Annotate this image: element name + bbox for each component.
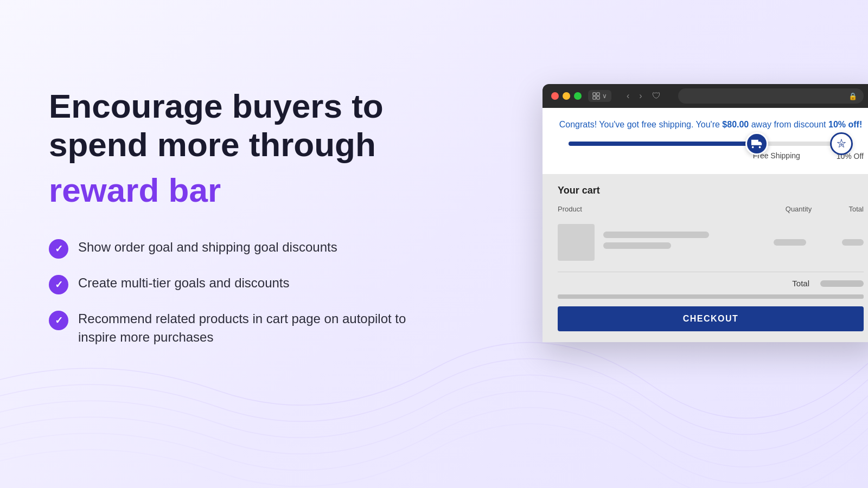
feature-text-3: Recommend related products in cart page …: [78, 310, 418, 346]
reward-bar-section: Congrats! You've got free shipping. You'…: [542, 108, 868, 174]
check-icon-2: [49, 275, 68, 294]
quantity-placeholder: [763, 239, 817, 246]
subtotal-line-placeholder: [558, 294, 864, 299]
shield-icon: 🛡: [652, 91, 661, 101]
congrats-message: Congrats! You've got free shipping. You'…: [558, 119, 864, 131]
traffic-light-yellow[interactable]: [563, 92, 570, 100]
address-bar[interactable]: 🔒: [678, 88, 864, 104]
col-product-header: Product: [558, 205, 771, 213]
headline: Encourage buyers to spend more through: [49, 87, 418, 164]
progress-container: %: [558, 142, 864, 146]
truck-icon: [751, 138, 763, 150]
product-thumbnail: [558, 224, 595, 261]
svg-text:%: %: [840, 143, 843, 146]
progress-track: [569, 142, 853, 146]
check-icon-3: [49, 311, 68, 330]
milestone-truck: [745, 132, 768, 155]
headline-line1: Encourage buyers to: [49, 87, 384, 125]
discount-icon: %: [836, 138, 847, 149]
check-icon-1: [49, 239, 68, 259]
feature-item-3: Recommend related products in cart page …: [49, 310, 418, 346]
milestone-labels: Free Shipping 10% Off: [558, 151, 864, 161]
traffic-lights: [551, 92, 582, 100]
tab-switcher-button[interactable]: ∨: [588, 90, 611, 102]
browser-chrome: ∨ ‹ › 🛡 🔒: [542, 84, 868, 108]
feature-list: Show order goal and shipping goal discou…: [49, 238, 418, 346]
congrats-suffix: away from discount: [749, 120, 828, 129]
browser-window: ∨ ‹ › 🛡 🔒 Congrats! You've got free ship…: [542, 84, 868, 342]
cart-total-row: Total: [558, 279, 864, 288]
feature-item-1: Show order goal and shipping goal discou…: [49, 238, 418, 259]
total-label: Total: [792, 279, 809, 288]
feature-text-1: Show order goal and shipping goal discou…: [78, 238, 337, 256]
cart-divider: [558, 272, 864, 272]
cart-item: [558, 220, 864, 265]
headline-highlight: reward bar: [49, 169, 418, 213]
discount-amount: $80.00: [722, 120, 749, 129]
total-value-placeholder: [820, 280, 864, 287]
progress-fill: [569, 142, 754, 146]
traffic-light-red[interactable]: [551, 92, 559, 100]
cart-title: Your cart: [558, 185, 864, 196]
forward-arrow[interactable]: ›: [636, 90, 645, 102]
lock-icon: 🔒: [848, 92, 857, 100]
left-panel: Encourage buyers to spend more through r…: [49, 87, 418, 346]
congrats-prefix: Congrats! You've got free shipping. You'…: [559, 120, 723, 129]
svg-rect-2: [593, 97, 596, 99]
feature-text-2: Create multi-tier goals and discounts: [78, 274, 290, 292]
product-name-placeholder: [603, 232, 709, 238]
svg-rect-1: [597, 93, 599, 95]
traffic-light-green[interactable]: [574, 92, 582, 100]
browser-nav: ‹ ›: [623, 90, 646, 102]
svg-rect-0: [593, 93, 596, 95]
product-info: [603, 232, 754, 253]
cart-section: Your cart Product Quantity Total Total: [542, 174, 868, 342]
headline-line2: spend more through: [49, 126, 376, 163]
cart-table-header: Product Quantity Total: [558, 205, 864, 213]
price-placeholder: [826, 239, 864, 246]
discount-percent: 10% off!: [828, 120, 862, 129]
checkout-button[interactable]: CHECKOUT: [558, 306, 864, 331]
col-total-header: Total: [826, 205, 864, 213]
feature-item-2: Create multi-tier goals and discounts: [49, 274, 418, 294]
col-quantity-header: Quantity: [771, 205, 826, 213]
product-variant-placeholder: [603, 242, 671, 249]
milestone-discount: %: [830, 132, 853, 155]
back-arrow[interactable]: ‹: [623, 90, 633, 102]
svg-rect-3: [597, 97, 599, 99]
